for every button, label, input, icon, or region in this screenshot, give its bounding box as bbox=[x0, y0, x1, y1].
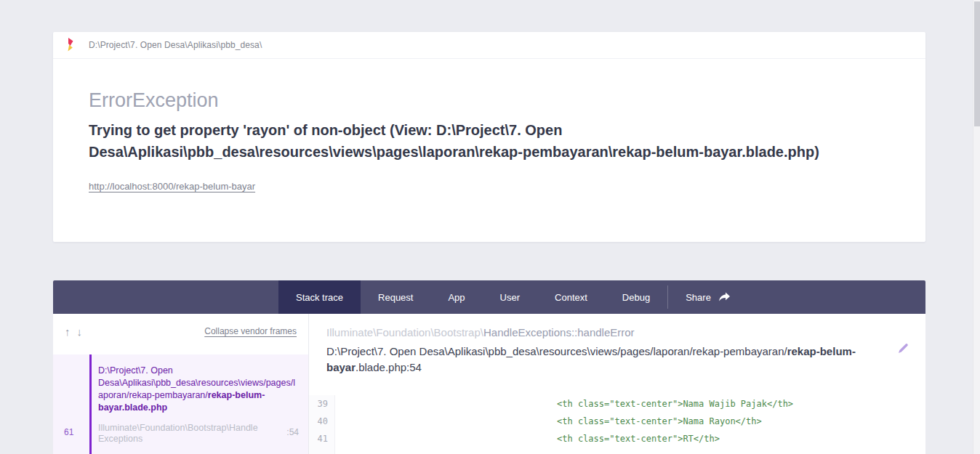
nav-spacer bbox=[53, 280, 278, 314]
error-card: D:\Project\7. Open Desa\Aplikasi\pbb_des… bbox=[53, 32, 925, 242]
code-line-numbers-gutter: 39 40 41 bbox=[309, 395, 335, 454]
frame-file-path-prefix: D:\Project\7. Open Desa\Aplikasi\pbb_des… bbox=[98, 365, 295, 400]
exception-class: ErrorException bbox=[89, 89, 891, 112]
frame-method-line: Illuminate\Foundation\Bootstrap\HandleEx… bbox=[326, 327, 925, 339]
edit-file-pencil-icon[interactable] bbox=[897, 343, 909, 354]
next-frame-arrow-icon[interactable]: ↓ bbox=[77, 326, 83, 337]
frame-active-indicator bbox=[89, 354, 92, 454]
share-button-label: Share bbox=[686, 292, 711, 303]
frame-index-number: 61 bbox=[64, 427, 73, 437]
collapse-vendor-frames-link[interactable]: Collapse vendor frames bbox=[204, 326, 297, 336]
frame-method-namespace: Illuminate\Foundation\Bootstrap\ bbox=[326, 327, 483, 339]
line-number: 40 bbox=[309, 413, 334, 430]
line-number: 41 bbox=[309, 430, 334, 447]
request-url-link[interactable]: http://localhost:8000/rekap-belum-bayar bbox=[89, 181, 255, 192]
page-scrollbar[interactable] bbox=[973, 0, 980, 454]
debug-nav-bar: Stack trace Request App User Context Deb… bbox=[53, 280, 925, 314]
tab-app[interactable]: App bbox=[430, 280, 482, 314]
flare-logo-icon bbox=[65, 38, 76, 52]
share-arrow-icon bbox=[718, 292, 731, 302]
frames-sidebar-header: ↑ ↓ Collapse vendor frames bbox=[53, 314, 308, 349]
tab-stack-trace[interactable]: Stack trace bbox=[278, 280, 361, 314]
code-lines: <th class="text-center">Nama Wajib Pajak… bbox=[335, 395, 925, 454]
line-number: 39 bbox=[309, 395, 334, 413]
tab-context[interactable]: Context bbox=[537, 280, 605, 314]
file-path-suffix: .blade.php:54 bbox=[356, 361, 422, 373]
stack-trace-panel: ↑ ↓ Collapse vendor frames D:\Project\7.… bbox=[53, 314, 925, 454]
frame-method-name: HandleExceptions::handleError bbox=[483, 327, 635, 339]
previous-frame-arrow-icon[interactable]: ↑ bbox=[65, 326, 71, 337]
error-card-header: D:\Project\7. Open Desa\Aplikasi\pbb_des… bbox=[53, 32, 925, 59]
code-line: <th class="text-center">Nama Rayon</th> bbox=[335, 413, 925, 430]
page-scrollbar-thumb[interactable] bbox=[974, 1, 980, 126]
tab-request[interactable]: Request bbox=[361, 280, 430, 314]
frame-line-reference: :54 bbox=[286, 427, 299, 437]
app-base-path: D:\Project\7. Open Desa\Aplikasi\pbb_des… bbox=[89, 40, 262, 50]
frame-file-path: D:\Project\7. Open Desa\Aplikasi\pbb_des… bbox=[98, 365, 298, 414]
frame-detail-panel: Illuminate\Foundation\Bootstrap\HandleEx… bbox=[309, 314, 925, 454]
frame-detail-file-path: D:\Project\7. Open Desa\Aplikasi\pbb_des… bbox=[326, 344, 899, 376]
frames-list: D:\Project\7. Open Desa\Aplikasi\pbb_des… bbox=[53, 349, 308, 454]
code-viewer: 39 40 41 <th class="text-center">Nama Wa… bbox=[309, 395, 925, 454]
tab-user[interactable]: User bbox=[483, 280, 537, 314]
file-path-prefix: D:\Project\7. Open Desa\Aplikasi\pbb_des… bbox=[326, 345, 787, 357]
code-line: <th class="text-center">RT</th> bbox=[335, 430, 925, 447]
code-line: <th class="text-center">Nama Wajib Pajak… bbox=[335, 395, 925, 413]
share-button[interactable]: Share bbox=[668, 280, 748, 314]
tab-debug[interactable]: Debug bbox=[605, 280, 667, 314]
frame-item-selected[interactable]: D:\Project\7. Open Desa\Aplikasi\pbb_des… bbox=[53, 354, 308, 454]
frame-class-name: Illuminate\Foundation\Bootstrap\HandleEx… bbox=[98, 423, 258, 445]
frames-sidebar: ↑ ↓ Collapse vendor frames D:\Project\7.… bbox=[53, 314, 309, 454]
exception-message: Trying to get property 'rayon' of non-ob… bbox=[89, 119, 827, 163]
error-card-body: ErrorException Trying to get property 'r… bbox=[53, 59, 925, 192]
